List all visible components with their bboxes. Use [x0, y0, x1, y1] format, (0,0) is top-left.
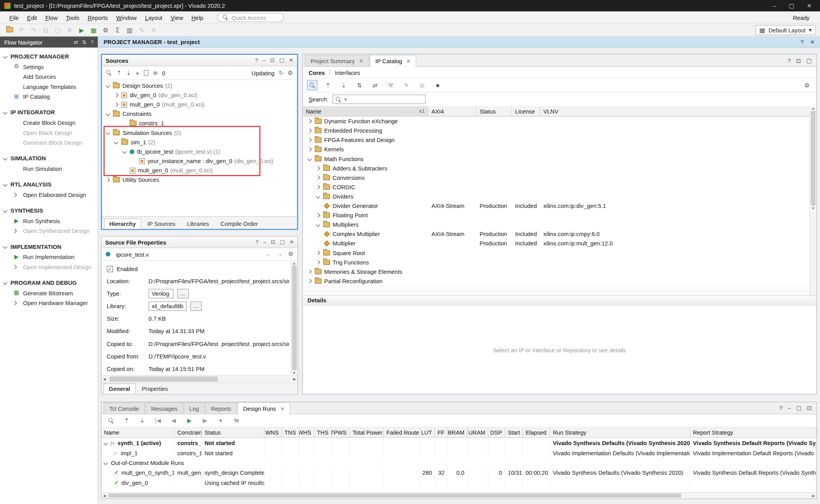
column-header-status[interactable]: Status	[476, 106, 512, 116]
menu-layout[interactable]: Layout	[141, 13, 167, 22]
horizontal-scrollbar[interactable]: ◀ ▶	[102, 492, 816, 499]
float-icon[interactable]: ⊡	[807, 405, 811, 412]
chevron-right-icon[interactable]	[307, 270, 312, 274]
chevron-down-icon[interactable]	[105, 83, 110, 88]
reset-run-icon[interactable]: |◀	[153, 415, 163, 426]
vertical-scrollbar[interactable]: ▲ ▼	[809, 106, 816, 295]
run-row-synth-1[interactable]: ▷synth_1 (active) constrs_1 Not started …	[102, 438, 816, 447]
sources-panel-header[interactable]: Sources ? – ⊡ ▢ ✕	[102, 55, 297, 66]
ip-row-multiplier[interactable]: MultiplierProductionIncludedxilinx.com:i…	[303, 239, 816, 248]
run-row-div-gen-0[interactable]: ✓div_gen_0 Using cached IP results	[102, 477, 816, 487]
tab-compile-order[interactable]: Compile Order	[215, 218, 263, 229]
sidebar-item-ip-catalog[interactable]: ⊞IP Catalog	[0, 91, 98, 101]
horizontal-scrollbar[interactable]: ◀ ▶	[102, 375, 298, 383]
maximize-icon[interactable]: ▢	[806, 57, 812, 64]
scroll-up-icon[interactable]: ▲	[811, 106, 815, 110]
search-icon[interactable]	[106, 415, 116, 426]
close-icon[interactable]: ✕	[810, 38, 815, 45]
chevron-right-icon[interactable]	[316, 213, 320, 217]
sidebar-item-settings[interactable]: ⚙Settings	[0, 62, 98, 71]
chevron-down-icon[interactable]	[316, 194, 320, 199]
menu-help[interactable]: Help	[187, 13, 208, 22]
expand-all-icon[interactable]: ⇣	[126, 69, 131, 76]
search-icon[interactable]	[106, 70, 112, 76]
wrench-icon[interactable]: ⚒	[385, 80, 396, 91]
vertical-scrollbar[interactable]: ▲ ▼	[291, 261, 297, 375]
help-icon[interactable]: ?	[779, 405, 783, 412]
column-header-wns[interactable]: WNS	[265, 428, 282, 437]
run-row-mult-gen-0-synth-1[interactable]: ✓mult_gen_0_synth_1 mult_gen_0 synth_des…	[102, 468, 816, 477]
gear-icon[interactable]: ⚙	[802, 80, 812, 91]
menu-reports[interactable]: Reports	[84, 13, 112, 22]
ip-row-trig-functions[interactable]: Trig Functions	[303, 257, 816, 267]
ip-row-divider-generator[interactable]: Divider GeneratorAXI4-StreamProductionIn…	[303, 201, 816, 211]
chevron-right-icon[interactable]	[316, 251, 320, 255]
chevron-right-icon[interactable]	[307, 138, 312, 142]
open-folder-icon[interactable]	[4, 27, 15, 34]
delete-icon[interactable]: ✕	[64, 27, 75, 34]
sidebar-item-run-synthesis[interactable]: ▶Run Synthesis	[0, 216, 98, 225]
sidebar-item-add-sources[interactable]: Add Sources	[0, 71, 98, 81]
tab-design-runs[interactable]: Design Runs✕	[237, 402, 291, 414]
section-header[interactable]: PROGRAM AND DEBUG	[0, 277, 98, 288]
subtab-cores[interactable]: Cores	[308, 69, 325, 75]
chevron-right-icon[interactable]	[114, 93, 118, 97]
sidebar-item-open-hardware-manager[interactable]: Open Hardware Manager	[0, 298, 98, 307]
ip-row-partial-reconfiguration[interactable]: Partial Reconfiguration	[303, 276, 816, 286]
ip-row-dynamic-function-exchange[interactable]: Dynamic Function eXchange	[303, 117, 816, 126]
column-header-tns[interactable]: TNS	[282, 428, 299, 437]
ip-search-input[interactable]: ▾	[333, 94, 426, 104]
hierarchy-icon[interactable]: ⇅	[354, 80, 365, 91]
tree-item-simulation-sources[interactable]: Simulation Sources(2)	[102, 128, 297, 137]
sidebar-item-generate-block-design[interactable]: Generate Block Design	[0, 137, 98, 147]
ip-row-dividers[interactable]: Dividers	[303, 192, 816, 201]
run-row-impl-1[interactable]: ▷impl_1 constrs_1 Not started Vivado Imp…	[102, 448, 816, 458]
column-header-bram[interactable]: BRAM	[447, 428, 467, 437]
report-icon[interactable]: ▥	[125, 27, 135, 34]
window-minimize-button[interactable]: –	[773, 2, 776, 9]
cancel-icon[interactable]: ✕	[148, 27, 159, 34]
type-combo[interactable]: Verilog	[148, 289, 173, 298]
maximize-icon[interactable]: ▢	[796, 405, 802, 412]
column-header-tpws[interactable]: TPWS	[332, 428, 350, 437]
menu-view[interactable]: View	[166, 13, 187, 22]
close-icon[interactable]: ✕	[280, 406, 285, 412]
sidebar-item-open-synthesized-design[interactable]: Open Synthesized Design	[0, 226, 98, 236]
stop-icon[interactable]: ■	[433, 80, 443, 91]
ip-row-cordic[interactable]: CORDIC	[303, 182, 816, 192]
edit-icon[interactable]: ✎	[137, 27, 147, 34]
help-icon[interactable]: ?	[800, 38, 804, 45]
type-more-button[interactable]: …	[177, 289, 189, 298]
tree-item-your-instance-name[interactable]: your_instance_name : div_gen_0(div_gen_0…	[102, 156, 297, 165]
chevron-down-icon[interactable]	[103, 460, 108, 465]
scroll-right-icon[interactable]: ▶	[293, 377, 296, 381]
column-header-total-power[interactable]: Total Power	[350, 428, 384, 437]
percent-icon[interactable]: %	[231, 415, 242, 426]
ip-row-conversions[interactable]: Conversions	[303, 173, 816, 182]
gear-icon[interactable]: ⚙	[288, 69, 293, 76]
swap-icon[interactable]: ⇄	[73, 39, 78, 45]
expand-all-icon[interactable]: ⇣	[339, 80, 349, 91]
tab-messages[interactable]: Messages	[145, 402, 183, 413]
sidebar-item-open-elaborated-design[interactable]: Open Elaborated Design	[0, 190, 98, 199]
tree-item-sim-1[interactable]: sim_1(2)	[102, 137, 297, 147]
sidebar-item-run-simulation[interactable]: Run Simulation	[0, 163, 98, 173]
collapse-all-icon[interactable]: ⇡	[117, 69, 121, 76]
tab-log[interactable]: Log	[184, 402, 205, 413]
chevron-right-icon[interactable]	[105, 177, 110, 182]
close-icon[interactable]: ✕	[289, 239, 294, 245]
chevron-right-icon[interactable]	[316, 166, 320, 170]
add-sources-icon[interactable]: +	[135, 70, 139, 76]
help-icon[interactable]: ?	[788, 57, 791, 64]
paste-icon[interactable]: ▢	[52, 27, 63, 34]
edit-icon[interactable]: ✎	[401, 80, 412, 91]
updown-icon[interactable]: ⇅	[82, 39, 86, 45]
chevron-down-icon[interactable]	[105, 130, 110, 135]
expand-all-icon[interactable]: ⇣	[137, 415, 148, 426]
tree-item-design-sources[interactable]: Design Sources(2)	[102, 81, 297, 91]
layout-selector[interactable]: ▦ Default Layout ▾	[755, 25, 816, 35]
scroll-down-icon[interactable]: ▼	[811, 206, 815, 210]
ip-row-fpga-features[interactable]: FPGA Features and Design	[303, 135, 816, 145]
library-input[interactable]: xil_defaultlib	[148, 302, 186, 311]
sidebar-item-open-block-design[interactable]: Open Block Design	[0, 128, 98, 137]
